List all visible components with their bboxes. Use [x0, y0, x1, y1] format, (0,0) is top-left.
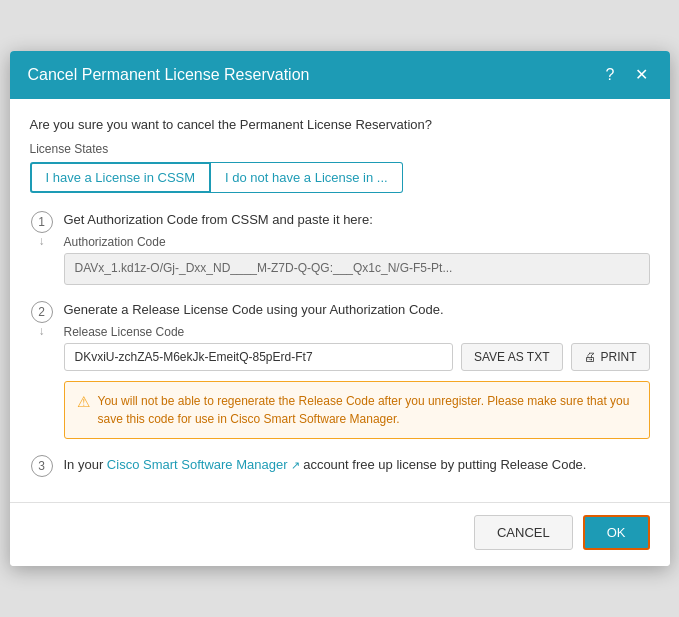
step-1-indicator: 1 ↓: [30, 211, 54, 247]
auth-code-label: Authorization Code: [64, 235, 650, 249]
confirm-text: Are you sure you want to cancel the Perm…: [30, 117, 650, 132]
dialog-title: Cancel Permanent License Reservation: [28, 66, 310, 84]
dialog-cancel-license: Cancel Permanent License Reservation ? ✕…: [10, 51, 670, 567]
cssm-link[interactable]: Cisco Smart Software Manager: [107, 457, 300, 472]
step-2-description: Generate a Release License Code using yo…: [64, 301, 650, 319]
save-as-txt-button[interactable]: SAVE AS TXT: [461, 343, 563, 371]
step-2-row: 2 ↓ Generate a Release License Code usin…: [30, 301, 650, 449]
step-3-indicator: 3: [30, 455, 54, 477]
step-3-row: 3 In your Cisco Smart Software Manager a…: [30, 455, 650, 485]
tab-has-license[interactable]: I have a License in CSSM: [30, 162, 212, 193]
release-code-row: SAVE AS TXT 🖨 PRINT: [64, 343, 650, 371]
warning-box: ⚠ You will not be able to regenerate the…: [64, 381, 650, 439]
print-button[interactable]: 🖨 PRINT: [571, 343, 650, 371]
auth-code-field[interactable]: DAVx_1.kd1z-O/Gj-_Dxx_ND____M-Z7D-Q-QG:_…: [64, 253, 650, 285]
ok-button[interactable]: OK: [583, 515, 650, 550]
cancel-button[interactable]: CANCEL: [474, 515, 573, 550]
print-icon: 🖨: [584, 350, 596, 364]
close-button[interactable]: ✕: [631, 65, 652, 85]
release-code-label: Release License Code: [64, 325, 650, 339]
header-actions: ? ✕: [602, 65, 652, 85]
step-2-content: Generate a Release License Code using yo…: [64, 301, 650, 449]
step-1-content: Get Authorization Code from CSSM and pas…: [64, 211, 650, 295]
warning-text: You will not be able to regenerate the R…: [98, 392, 637, 428]
step-3-circle: 3: [31, 455, 53, 477]
release-code-input[interactable]: [64, 343, 453, 371]
tab-no-license[interactable]: I do not have a License in ...: [211, 162, 403, 193]
step-1-arrow: ↓: [39, 235, 45, 247]
step3-after: account free up license by putting Relea…: [300, 457, 587, 472]
step-3-text: In your Cisco Smart Software Manager acc…: [64, 455, 650, 475]
step-3-content: In your Cisco Smart Software Manager acc…: [64, 455, 650, 485]
dialog-header: Cancel Permanent License Reservation ? ✕: [10, 51, 670, 99]
step3-before: In your: [64, 457, 107, 472]
dialog-body: Are you sure you want to cancel the Perm…: [10, 99, 670, 503]
step-2-indicator: 2 ↓: [30, 301, 54, 337]
step-2-circle: 2: [31, 301, 53, 323]
warning-icon: ⚠: [77, 393, 90, 411]
step-1-circle: 1: [31, 211, 53, 233]
step-2-arrow: ↓: [39, 325, 45, 337]
step-1-row: 1 ↓ Get Authorization Code from CSSM and…: [30, 211, 650, 295]
help-button[interactable]: ?: [602, 65, 619, 85]
dialog-footer: CANCEL OK: [10, 502, 670, 566]
license-tab-group: I have a License in CSSM I do not have a…: [30, 162, 650, 193]
print-label: PRINT: [601, 350, 637, 364]
license-states-label: License States: [30, 142, 650, 156]
step-1-description: Get Authorization Code from CSSM and pas…: [64, 211, 650, 229]
